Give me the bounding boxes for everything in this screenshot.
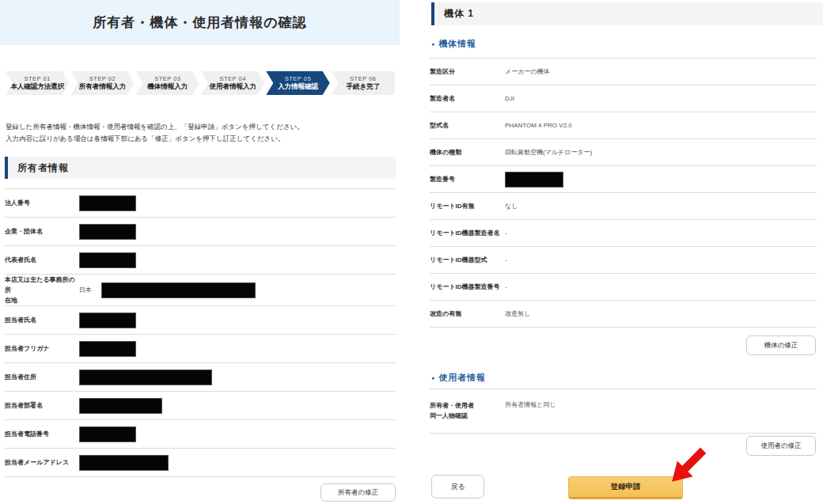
field-label: 製造番号 (430, 174, 505, 184)
value-text: - (505, 256, 507, 263)
field-value (505, 172, 563, 188)
field-value: PHANTOM 4 PRO V2.0 (505, 122, 572, 129)
field-label: リモートID機器製造者名 (430, 228, 505, 238)
instruction-line-2: 入力内容に誤りがある場合は各情報下部にある「修正」ボタンを押下し訂正してください… (6, 133, 396, 145)
redacted-value (79, 369, 212, 385)
redacted-value (79, 224, 136, 240)
field-label: 担当者フリガナ (5, 343, 79, 354)
field-value: - (505, 256, 507, 263)
owner-section-header: 所有者情報 (5, 157, 396, 179)
bullet-icon: ● (431, 375, 434, 381)
page-title: 所有者・機体・使用者情報の確認 (93, 13, 306, 32)
redacted-value (79, 313, 136, 328)
user-info-subheading-label: 使用者情報 (438, 372, 486, 384)
table-row: 本店又は主たる事務所の所 在地 日本 (5, 274, 396, 305)
redacted-value (79, 195, 136, 211)
step-label: 本人確認方法選択 (10, 82, 64, 91)
owner-section-title: 所有者情報 (8, 161, 69, 175)
field-label: 所有者・使用者 同一人物確認 (430, 400, 505, 421)
table-row: リモートID有無 なし (430, 192, 817, 219)
field-label: リモートID有無 (430, 201, 505, 211)
field-value (79, 195, 136, 211)
step-label: 所有者情報入力 (79, 82, 127, 91)
step-label: 使用者情報入力 (209, 82, 256, 91)
table-row: 所有者・使用者 同一人物確認 所有者情報と同じ (430, 388, 817, 433)
field-value: メーカーの機体 (505, 67, 550, 76)
field-label: リモートID機器製造番号 (430, 282, 505, 292)
step-chevron: STEP 04 使用者情報入力 (201, 71, 264, 95)
field-value (79, 426, 136, 442)
table-row: 製造者名 DJI (430, 85, 817, 112)
field-value: - (505, 283, 507, 290)
step-chevron: STEP 05 入力情報確認 (266, 71, 329, 95)
field-value: 所有者情報と同じ (505, 400, 556, 409)
field-value (79, 252, 136, 268)
aircraft-section-header: 機体 1 (431, 2, 823, 25)
field-value (79, 313, 136, 328)
field-label: 担当者電話番号 (5, 429, 79, 439)
field-value (79, 398, 162, 414)
step-chevron: STEP 03 機体情報入力 (136, 71, 199, 95)
table-row: リモートID機器製造者名 - (430, 219, 817, 246)
table-row: 機体の種類 回転翼航空機(マルチローター) (430, 138, 817, 165)
table-row: 担当者住所 (5, 362, 396, 391)
table-row: 担当者電話番号 (5, 419, 396, 448)
user-fix-button[interactable]: 使用者の修正 (746, 436, 816, 456)
value-text: 回転翼航空機(マルチローター) (505, 148, 592, 157)
table-row: 型式名 PHANTOM 4 PRO V2.0 (430, 112, 817, 138)
field-value: 日本 (79, 282, 256, 298)
user-info-table: 所有者・使用者 同一人物確認 所有者情報と同じ (430, 388, 817, 434)
value-text: DJI (505, 95, 514, 102)
redacted-value (79, 341, 136, 357)
registration-confirmation-page: 所有者・機体・使用者情報の確認 STEP 01 本人確認方法選択 STEP 02… (0, 0, 823, 504)
value-text: 所有者情報と同じ (505, 400, 556, 409)
user-info-subheading: ● 使用者情報 (431, 372, 486, 384)
submit-registration-button[interactable]: 登録申請 (568, 476, 683, 499)
aircraft-info-subheading-label: 機体情報 (438, 38, 476, 50)
field-label: 製造区分 (430, 66, 505, 77)
value-text: - (505, 283, 507, 290)
table-row: 企業・団体名 (5, 217, 396, 245)
table-row: 代表者氏名 (5, 245, 396, 274)
field-value (79, 224, 136, 240)
instruction-line-1: 登録した所有者情報・機体情報・使用者情報を確認の上、「登録申請」ボタンを押してく… (6, 121, 396, 133)
page-header: 所有者・機体・使用者情報の確認 (0, 0, 400, 45)
table-row: 改造の有無 改造無し (430, 300, 817, 327)
step-label: 入力情報確認 (278, 82, 318, 91)
field-label: リモートID機器型式 (430, 255, 505, 265)
table-row: 法人番号 (5, 188, 396, 217)
step-chevron: STEP 06 手続き完了 (332, 71, 395, 95)
instructions: 登録した所有者情報・機体情報・使用者情報を確認の上、「登録申請」ボタンを押してく… (6, 121, 396, 145)
table-row: 担当者フリガナ (5, 334, 396, 362)
aircraft-info-table: 製造区分 メーカーの機体 製造者名 DJI 型式名 (430, 58, 817, 328)
field-value: なし (505, 202, 518, 210)
back-button[interactable]: 戻る (431, 475, 484, 498)
field-value: - (505, 229, 507, 237)
field-value (79, 455, 169, 471)
table-row: リモートID機器製造番号 - (430, 273, 817, 300)
field-label: 企業・団体名 (5, 226, 79, 237)
field-label: 本店又は主たる事務所の所 在地 (5, 275, 79, 305)
field-value: 改造無し (505, 309, 530, 318)
field-label: 機体の種類 (430, 147, 505, 157)
step-progress-bar: STEP 01 本人確認方法選択 STEP 02 所有者情報入力 STEP 03… (6, 71, 395, 95)
field-label: 担当者住所 (5, 372, 79, 382)
aircraft-fix-button[interactable]: 機体の修正 (746, 335, 816, 355)
redacted-value (505, 172, 563, 188)
field-value (79, 369, 212, 385)
redacted-value (79, 455, 169, 471)
step-number: STEP 03 (154, 75, 180, 82)
bullet-icon: ● (431, 41, 434, 47)
step-label: 機体情報入力 (147, 82, 188, 91)
field-label: 型式名 (430, 120, 505, 131)
table-row: 担当者氏名 (5, 305, 396, 334)
field-label: 製造者名 (430, 93, 505, 104)
table-row: 製造区分 メーカーの機体 (430, 58, 817, 85)
value-text: 改造無し (505, 309, 530, 318)
field-label: 法人番号 (5, 198, 79, 208)
step-label: 手続き完了 (346, 82, 380, 91)
step-number: STEP 02 (89, 75, 116, 82)
field-label: 改造の有無 (430, 309, 505, 319)
table-row: リモートID機器型式 - (430, 246, 817, 273)
owner-fix-button[interactable]: 所有者の修正 (320, 483, 396, 502)
